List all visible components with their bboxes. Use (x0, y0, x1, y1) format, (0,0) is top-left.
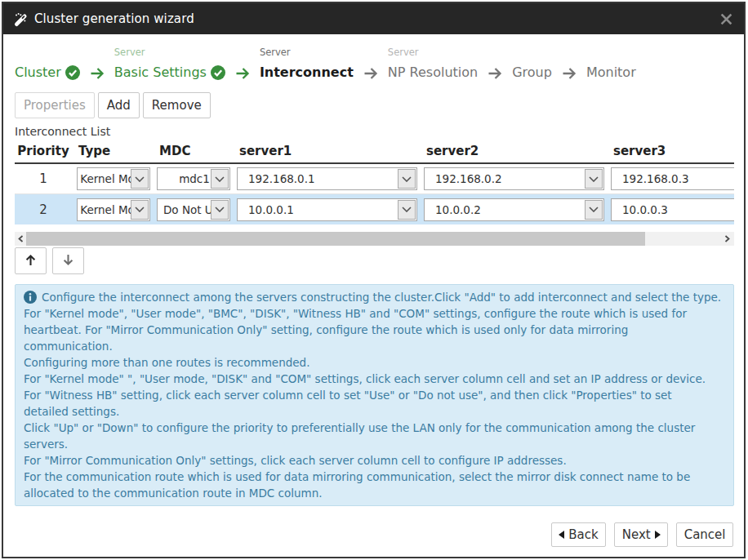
back-button[interactable]: Back (551, 522, 606, 547)
chevron-down-icon[interactable] (398, 200, 416, 220)
interconnect-row-2[interactable]: 2Kernel ModeDo Not Use10.0.0.110.0.0.210… (15, 194, 734, 224)
step-arrow-icon (488, 67, 502, 80)
footer-buttons: Back Next Cancel (543, 522, 733, 547)
info-text-line: Click "Up" or "Down" to configure the pr… (24, 420, 725, 436)
up-arrow-icon (24, 253, 38, 269)
wizard-step-monitor: Monitor (586, 47, 636, 81)
move-up-button[interactable] (15, 247, 47, 274)
info-text-line: communication. (24, 338, 725, 354)
magic-wand-icon (13, 11, 30, 28)
info-text-line: For "Witness HB" setting, click each ser… (24, 387, 725, 403)
wizard-step-group: Group (512, 47, 552, 81)
selected-value: 192.168.0.2 (425, 172, 603, 185)
next-button[interactable]: Next (614, 522, 668, 547)
dialog-title: Cluster generation wizard (34, 11, 194, 26)
step-complete-check-icon (65, 65, 80, 80)
close-icon[interactable] (719, 11, 734, 27)
step-label: Interconnect (260, 64, 354, 81)
server3-select[interactable]: 10.0.0.3 (611, 198, 734, 221)
step-arrow-icon (90, 67, 105, 80)
wizard-step-cluster: Cluster (15, 47, 80, 81)
interconnect-row-1[interactable]: 1Kernel Modemdc1192.168.0.1192.168.0.219… (15, 164, 734, 194)
mdc-select[interactable]: mdc1 (157, 167, 230, 190)
move-down-button[interactable] (52, 247, 84, 274)
priority-cell: 1 (15, 171, 72, 186)
selected-value: 10.0.0.1 (238, 203, 416, 216)
chevron-down-icon[interactable] (211, 169, 229, 189)
chevron-down-icon[interactable] (585, 169, 603, 189)
info-text-line: For "Kernel mode" ", "User mode, "DISK" … (24, 371, 725, 387)
step-arrow-icon (562, 67, 577, 80)
info-text-line: servers. (24, 436, 725, 452)
info-text-line: allocated to the communication route in … (24, 485, 725, 501)
table-header-row: PriorityTypeMDCserver1server2server3 (15, 140, 734, 164)
toolbar: Properties Add Remove (15, 92, 732, 118)
remove-button[interactable]: Remove (143, 92, 211, 118)
step-group-label (512, 47, 552, 58)
type-select[interactable]: Kernel Mode (77, 167, 150, 190)
step-label: Cluster (15, 64, 61, 81)
add-button[interactable]: Add (98, 92, 140, 118)
step-label: Monitor (586, 64, 636, 81)
wizard-steps: ClusterServerBasic SettingsServerInterco… (15, 47, 732, 81)
horizontal-scrollbar[interactable] (15, 232, 734, 246)
scroll-right-icon[interactable] (719, 232, 734, 246)
cancel-button[interactable]: Cancel (676, 522, 733, 547)
wizard-step-interconnect: ServerInterconnect (260, 47, 354, 81)
chevron-down-icon[interactable] (211, 200, 229, 220)
properties-button[interactable]: Properties (15, 92, 95, 118)
step-arrow-icon (235, 67, 250, 80)
column-header-server3: server3 (611, 144, 734, 162)
server1-select[interactable]: 10.0.0.1 (237, 198, 417, 221)
column-header-mdc: MDC (157, 144, 237, 162)
step-group-label (586, 47, 636, 58)
back-arrow-icon (559, 531, 564, 539)
type-select[interactable]: Kernel Mode (77, 198, 150, 221)
step-group-label (15, 47, 80, 58)
scroll-left-icon[interactable] (15, 232, 27, 246)
step-group-label: Server (388, 47, 478, 58)
selected-value: 10.0.0.2 (425, 203, 603, 216)
priority-cell: 2 (15, 202, 72, 217)
info-text-line: heartbeat. For "Mirror Communication Onl… (24, 322, 725, 338)
cluster-generation-wizard-dialog: Cluster generation wizard ClusterServerB… (2, 2, 746, 558)
step-label: Basic Settings (114, 64, 207, 81)
column-header-server2: server2 (424, 144, 611, 162)
step-group-label: Server (114, 47, 225, 58)
info-circle-icon (24, 291, 37, 304)
selected-value: 10.0.0.3 (612, 203, 734, 216)
step-complete-check-icon (211, 65, 225, 80)
column-header-server1: server1 (237, 144, 424, 162)
chevron-down-icon[interactable] (131, 169, 149, 189)
column-header-priority: Priority (15, 144, 72, 162)
down-arrow-icon (61, 253, 75, 269)
dialog-content: ClusterServerBasic SettingsServerInterco… (3, 47, 744, 506)
scrollbar-thumb[interactable] (26, 232, 645, 246)
wizard-step-np-resolution: ServerNP Resolution (388, 47, 478, 81)
priority-updown (15, 247, 732, 274)
wizard-step-basic-settings: ServerBasic Settings (114, 47, 225, 81)
step-arrow-icon (363, 67, 378, 80)
info-text-line: detailed settings. (24, 403, 725, 420)
server2-select[interactable]: 192.168.0.2 (424, 167, 604, 190)
info-text-line: For "Kernel mode", "User mode", "BMC", "… (24, 305, 725, 322)
info-box: Configure the interconnect among the ser… (15, 284, 734, 506)
server2-select[interactable]: 10.0.0.2 (424, 198, 604, 221)
chevron-down-icon[interactable] (131, 200, 149, 220)
interconnect-table: PriorityTypeMDCserver1server2server3 1Ke… (15, 140, 734, 224)
interconnect-list-label: Interconnect List (15, 125, 732, 138)
step-label: Group (512, 64, 552, 81)
info-text-line: For "Mirror Communication Only" settings… (24, 452, 725, 469)
info-text-line: Configure the interconnect among the ser… (24, 289, 725, 305)
server3-select[interactable]: 192.168.0.3 (611, 167, 734, 190)
step-label: NP Resolution (388, 64, 478, 81)
info-text-line: For the communication route which is use… (24, 469, 725, 485)
next-arrow-icon (655, 531, 661, 539)
server1-select[interactable]: 192.168.0.1 (237, 167, 417, 190)
column-header-type: Type (72, 144, 157, 162)
chevron-down-icon[interactable] (585, 200, 603, 220)
chevron-down-icon[interactable] (398, 169, 416, 189)
selected-value: 192.168.0.3 (612, 172, 734, 185)
step-group-label: Server (260, 47, 354, 58)
mdc-select[interactable]: Do Not Use (157, 198, 230, 221)
